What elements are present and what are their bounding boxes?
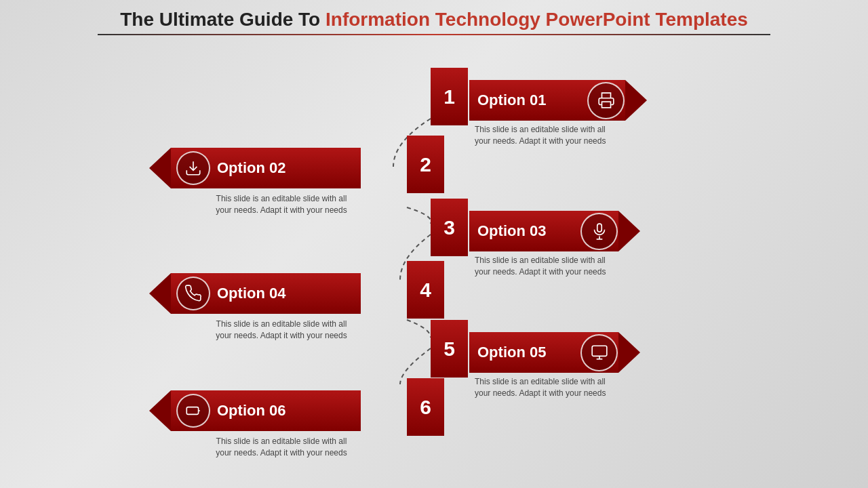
desc-04: This slide is an editable slide with all… bbox=[214, 319, 349, 342]
option-02-icon-circle bbox=[176, 151, 210, 185]
svg-rect-0 bbox=[601, 102, 610, 108]
step-1-number: 1 bbox=[431, 68, 468, 125]
option-06-arrow: Option 06 bbox=[149, 390, 398, 431]
title-text: The Ultimate Guide To Information Techno… bbox=[14, 8, 854, 31]
microphone-icon bbox=[591, 222, 608, 240]
tag-icon bbox=[184, 402, 202, 420]
option-02-point bbox=[149, 148, 171, 188]
option-02-body: Option 02 bbox=[171, 148, 361, 188]
svg-rect-8 bbox=[186, 407, 198, 415]
step-4-number: 4 bbox=[407, 261, 444, 319]
option-06-icon-circle bbox=[176, 394, 210, 428]
monitor-icon bbox=[591, 344, 608, 361]
option-03-icon-circle bbox=[580, 213, 618, 250]
step-2-box: 2 bbox=[407, 136, 444, 193]
title-highlight: Information Technology PowerPoint Templa… bbox=[326, 9, 748, 30]
option-05-arrow: Option 05 bbox=[432, 332, 618, 373]
option-01-icon-circle bbox=[587, 82, 625, 119]
desc-01: This slide is an editable slide with all… bbox=[475, 124, 610, 147]
page-container: The Ultimate Guide To Information Techno… bbox=[0, 0, 868, 488]
desc-06: This slide is an editable slide with all… bbox=[214, 436, 349, 459]
option-02-label: Option 02 bbox=[217, 159, 285, 177]
title-underline bbox=[98, 34, 770, 35]
title-prefix: The Ultimate Guide To bbox=[120, 9, 326, 30]
desc-02: This slide is an editable slide with all… bbox=[214, 193, 349, 216]
option-04-body: Option 04 bbox=[171, 273, 361, 314]
option-06-point bbox=[149, 390, 171, 431]
option-04-point bbox=[149, 273, 171, 314]
option-04-arrow: Option 04 bbox=[149, 273, 398, 314]
option-03-label: Option 03 bbox=[477, 222, 546, 240]
svg-rect-5 bbox=[592, 346, 607, 356]
download-icon bbox=[184, 159, 202, 177]
desc-05: This slide is an editable slide with all… bbox=[475, 376, 610, 399]
option-06-label: Option 06 bbox=[217, 402, 285, 420]
option-01-point bbox=[625, 80, 647, 121]
desc-03: This slide is an editable slide with all… bbox=[475, 255, 610, 278]
option-03-arrow: Option 03 bbox=[432, 211, 618, 251]
option-05-point bbox=[618, 332, 640, 373]
step-6-box: 6 bbox=[407, 378, 444, 436]
phone-icon bbox=[184, 285, 202, 302]
option-02-arrow: Option 02 bbox=[149, 148, 398, 188]
step-4-box: 4 bbox=[407, 261, 444, 319]
option-04-icon-circle bbox=[176, 277, 210, 310]
option-05-label: Option 05 bbox=[477, 344, 546, 361]
title-area: The Ultimate Guide To Information Techno… bbox=[14, 8, 854, 35]
option-03-point bbox=[618, 211, 640, 251]
svg-rect-2 bbox=[597, 224, 601, 232]
step-2-number: 2 bbox=[407, 136, 444, 193]
option-05-icon-circle bbox=[580, 334, 618, 371]
printer-icon bbox=[597, 92, 615, 109]
step-6-number: 6 bbox=[407, 378, 444, 436]
option-06-body: Option 06 bbox=[171, 390, 361, 431]
option-01-label: Option 01 bbox=[477, 92, 546, 109]
option-04-label: Option 04 bbox=[217, 285, 285, 302]
